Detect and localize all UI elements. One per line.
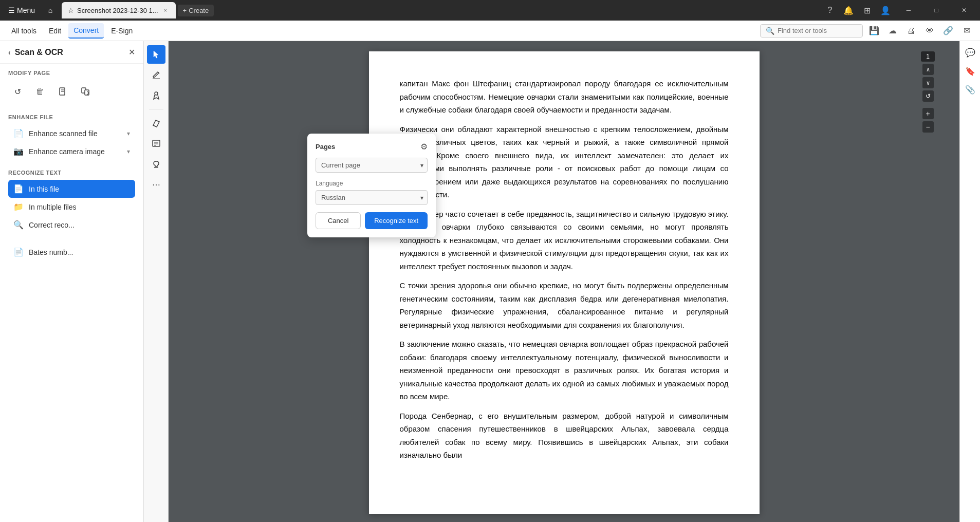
upload-button[interactable]: ☁ xyxy=(885,24,900,38)
new-tab-label: Create xyxy=(189,7,209,14)
correct-reco-icon: 🔍 xyxy=(13,220,24,230)
enhance-camera-label: Enhance camera image xyxy=(29,147,105,156)
tab-title: Screenshot 2023-12-30 1... xyxy=(77,7,158,14)
maximize-button[interactable]: □ xyxy=(924,0,948,21)
zoom-out-button[interactable]: − xyxy=(922,121,934,133)
titlebar: ☰ Menu ⌂ ☆ Screenshot 2023-12-30 1... × … xyxy=(0,0,980,21)
tab-star-icon: ☆ xyxy=(68,7,74,14)
panel-close-button[interactable]: ✕ xyxy=(128,47,135,57)
menu-all-tools[interactable]: All tools xyxy=(6,24,42,38)
in-multiple-files-item[interactable]: 📁 In multiple files xyxy=(8,198,135,216)
scroll-up-button[interactable]: ∧ xyxy=(922,64,934,75)
menu-edit[interactable]: Edit xyxy=(44,24,66,38)
print-button[interactable]: 🖨 xyxy=(904,24,918,38)
svg-line-7 xyxy=(153,125,157,127)
main-layout: ‹ Scan & OCR ✕ MODIFY PAGE ↺ 🗑 ENHANCE F… xyxy=(0,41,980,522)
in-this-file-item[interactable]: 📄 In this file xyxy=(8,180,135,198)
recognize-text-popup: Pages ⚙ Current page All pages Custom ra… xyxy=(307,134,436,237)
stamp-tool-button[interactable] xyxy=(147,155,165,173)
edit-text-button[interactable] xyxy=(147,66,165,84)
language-select-wrapper: Russian English German French Spanish ▾ xyxy=(316,190,428,205)
home-icon: ⌂ xyxy=(48,6,52,14)
page-controls: 1 ∧ ∨ ↺ + − xyxy=(921,51,935,133)
extract-button[interactable] xyxy=(53,82,72,101)
recognize-text-button[interactable]: Recognize text xyxy=(365,212,428,229)
enhance-camera-arrow: ▾ xyxy=(127,148,130,155)
rotate-button[interactable]: ↺ xyxy=(8,82,27,101)
menubar-left: All tools Edit Convert E-Sign xyxy=(6,23,138,39)
eraser-tool-button[interactable] xyxy=(147,114,165,132)
delete-button[interactable]: 🗑 xyxy=(31,82,49,101)
select-tool-button[interactable] xyxy=(147,45,165,64)
active-tab[interactable]: ☆ Screenshot 2023-12-30 1... × xyxy=(62,2,176,18)
doc-paragraph-5: В заключение можно сказать, что немецкая… xyxy=(400,338,729,403)
popup-settings-button[interactable]: ⚙ xyxy=(420,142,428,152)
enhance-scan-item[interactable]: 📄 Enhance scanned file ▾ xyxy=(8,124,135,142)
draw-tool-button[interactable] xyxy=(147,86,165,105)
modify-page-label: MODIFY PAGE xyxy=(8,70,135,76)
refresh-view-button[interactable]: ↺ xyxy=(922,90,934,102)
recognize-text-section: RECOGNIZE TEXT 📄 In this file 📁 In multi… xyxy=(0,163,143,237)
right-sidebar: 💬 🔖 📎 xyxy=(959,41,980,522)
recognize-text-label: RECOGNIZE TEXT xyxy=(8,170,135,176)
in-multiple-files-icon: 📁 xyxy=(13,202,24,212)
enhance-scan-icon: 📄 xyxy=(13,128,24,138)
bookmark-sidebar-button[interactable]: 🔖 xyxy=(963,64,977,78)
doc-paragraph-6: Порода Сенбернар, с его внушительным раз… xyxy=(400,409,729,462)
in-this-file-label: In this file xyxy=(29,185,59,193)
doc-paragraph-2: Физически они обладают характерной внешн… xyxy=(400,123,729,201)
more-tools-button[interactable]: ⋯ xyxy=(147,175,165,194)
save-button[interactable]: 💾 xyxy=(867,24,881,38)
menu-convert[interactable]: Convert xyxy=(68,23,104,39)
tab-close-button[interactable]: × xyxy=(161,6,170,14)
view-button[interactable]: 👁 xyxy=(922,24,937,38)
scroll-down-button[interactable]: ∨ xyxy=(922,77,934,88)
avatar-button[interactable]: 👤 xyxy=(878,3,893,17)
enhance-camera-item[interactable]: 📷 Enhance camera image ▾ xyxy=(8,142,135,160)
search-input[interactable] xyxy=(778,27,849,34)
link-button[interactable]: 🔗 xyxy=(941,24,955,38)
text-recognition-button[interactable] xyxy=(147,134,165,153)
panel-back-button[interactable]: ‹ xyxy=(8,48,11,57)
apps-button[interactable]: ⊞ xyxy=(860,3,874,17)
document-page: капитан Макс фон Штефаниц стандартизиров… xyxy=(369,51,760,514)
home-button[interactable]: ⌂ xyxy=(43,3,58,17)
attachment-sidebar-button[interactable]: 📎 xyxy=(963,82,977,97)
new-tab-button[interactable]: + Create xyxy=(178,5,214,16)
cancel-button[interactable]: Cancel xyxy=(316,212,361,229)
search-bar[interactable]: 🔍 xyxy=(760,24,863,38)
bates-section: 📄 Bates numb... xyxy=(0,237,143,264)
doc-paragraph-1: капитан Макс фон Штефаниц стандартизиров… xyxy=(400,77,729,117)
help-button[interactable]: ? xyxy=(823,3,837,17)
comment-sidebar-button[interactable]: 💬 xyxy=(963,45,977,60)
correct-reco-item[interactable]: 🔍 Correct reco... xyxy=(8,216,135,234)
mail-button[interactable]: ✉ xyxy=(959,24,974,38)
language-select[interactable]: Russian English German French Spanish xyxy=(316,190,428,205)
document-area[interactable]: капитан Макс фон Штефаниц стандартизиров… xyxy=(169,41,959,522)
popup-pages-field: Current page All pages Custom range ▾ xyxy=(316,158,428,173)
zoom-in-button[interactable]: + xyxy=(922,108,934,119)
bates-item[interactable]: 📄 Bates numb... xyxy=(8,243,135,261)
menu-button[interactable]: ☰ Menu xyxy=(4,4,39,16)
notification-button[interactable]: 🔔 xyxy=(841,3,856,17)
panel-header: ‹ Scan & OCR ✕ xyxy=(0,41,143,64)
popup-language-label: Language xyxy=(316,180,428,187)
popup-pages-label: Pages xyxy=(316,143,335,151)
document-text: капитан Макс фон Штефаниц стандартизиров… xyxy=(400,77,729,462)
enhance-scan-arrow: ▾ xyxy=(127,130,130,137)
tool-separator-1 xyxy=(149,109,163,109)
pages-select-wrapper: Current page All pages Custom range ▾ xyxy=(316,158,428,173)
enhance-file-label: ENHANCE FILE xyxy=(8,114,135,120)
new-tab-plus-icon: + xyxy=(183,7,187,14)
close-window-button[interactable]: ✕ xyxy=(952,0,976,21)
pages-select[interactable]: Current page All pages Custom range xyxy=(316,158,428,173)
hamburger-icon: ☰ xyxy=(8,6,15,14)
menu-label: Menu xyxy=(17,6,35,14)
page-indicator: 1 xyxy=(921,51,935,62)
enhance-scan-label: Enhance scanned file xyxy=(29,129,98,138)
menu-esign[interactable]: E-Sign xyxy=(106,24,138,38)
enhance-camera-icon: 📷 xyxy=(13,146,24,156)
minimize-button[interactable]: ─ xyxy=(897,0,920,21)
replace-button[interactable] xyxy=(76,82,95,101)
in-this-file-icon: 📄 xyxy=(13,184,24,194)
